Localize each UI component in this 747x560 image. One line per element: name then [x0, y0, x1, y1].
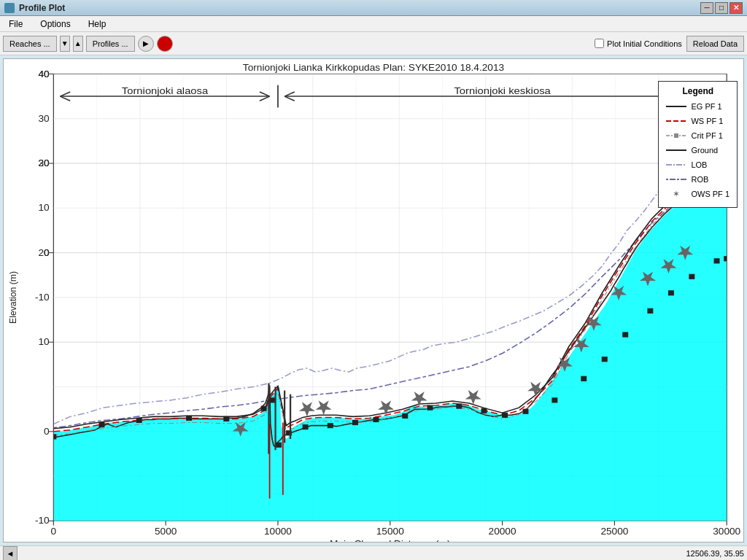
- svg-rect-103: [552, 398, 557, 402]
- toolbar: Reaches ... ▼ ▲ Profiles ... ▶ Plot Init…: [0, 32, 747, 55]
- down-arrow-button[interactable]: ▼: [60, 36, 70, 52]
- svg-rect-89: [261, 406, 266, 411]
- svg-text:25000: 25000: [600, 526, 628, 536]
- maximize-button[interactable]: □: [715, 2, 728, 14]
- reaches-button[interactable]: Reaches ...: [3, 36, 57, 52]
- svg-rect-96: [374, 417, 379, 421]
- window-controls[interactable]: ─ □ ✕: [700, 2, 743, 14]
- svg-rect-101: [503, 413, 508, 417]
- svg-text:15000: 15000: [376, 526, 404, 536]
- svg-text:-10: -10: [35, 516, 50, 526]
- svg-text:10: 10: [38, 203, 49, 213]
- svg-text:Tornionjoki Lianka Kirkkopudas: Tornionjoki Lianka Kirkkopudas Plan: SYK…: [243, 63, 504, 73]
- svg-text:30000: 30000: [713, 526, 740, 536]
- legend-row-ground: Ground: [666, 144, 729, 156]
- svg-text:30: 30: [38, 113, 49, 123]
- legend-line-crit: [666, 131, 686, 141]
- legend-row-ows: ✶ OWS PF 1: [666, 188, 729, 200]
- window-title: Profile Plot: [19, 3, 65, 13]
- svg-text:Main Channel Distance (m): Main Channel Distance (m): [330, 539, 450, 542]
- chart-area: 40 30 20 10 0 -10 40 30 20 10 0 -10: [3, 58, 744, 542]
- legend-row-crit: Crit PF 1: [666, 130, 729, 141]
- svg-text:5000: 5000: [155, 526, 177, 536]
- svg-rect-94: [328, 424, 333, 428]
- svg-rect-95: [353, 420, 358, 424]
- svg-rect-110: [714, 259, 719, 263]
- svg-rect-87: [187, 416, 192, 420]
- svg-rect-99: [457, 404, 462, 408]
- scroll-left-button[interactable]: ◄: [3, 546, 18, 561]
- svg-text:10000: 10000: [264, 526, 292, 536]
- svg-text:Tornionjoki alaosa: Tornionjoki alaosa: [122, 85, 209, 96]
- play-button[interactable]: ▶: [138, 36, 154, 52]
- legend-line-rob: [666, 176, 686, 183]
- svg-text:✶: ✶: [673, 189, 680, 199]
- coords-display: 12506.39, 35.95: [686, 549, 744, 558]
- svg-text:-10: -10: [35, 292, 50, 303]
- svg-rect-108: [668, 291, 673, 295]
- close-button[interactable]: ✕: [729, 2, 743, 14]
- chart-svg: 40 30 20 10 0 -10 40 30 20 10 0 -10: [4, 59, 743, 542]
- svg-rect-104: [581, 376, 587, 381]
- plot-initial-conditions-checkbox[interactable]: Plot Initial Conditions: [595, 39, 682, 48]
- svg-text:40: 40: [38, 69, 49, 79]
- legend-line-ows: ✶: [666, 189, 686, 199]
- svg-rect-85: [99, 423, 104, 427]
- menu-options[interactable]: Options: [34, 18, 76, 31]
- minimize-button[interactable]: ─: [700, 2, 713, 14]
- record-button[interactable]: [157, 36, 173, 52]
- svg-rect-109: [689, 274, 694, 279]
- legend-label-lob: LOB: [691, 160, 707, 169]
- svg-rect-98: [427, 405, 433, 410]
- svg-rect-88: [224, 416, 229, 421]
- svg-text:Elevation (m): Elevation (m): [7, 271, 18, 324]
- legend-label-crit: Crit PF 1: [691, 131, 722, 140]
- legend-box: Legend EG PF 1 WS PF 1 Crit PF 1 Ground …: [658, 81, 738, 208]
- svg-text:Tornionjoki keskiosa: Tornionjoki keskiosa: [454, 85, 551, 96]
- svg-rect-90: [270, 398, 275, 402]
- legend-label-ground: Ground: [691, 146, 718, 155]
- svg-rect-107: [648, 308, 653, 313]
- legend-title: Legend: [666, 86, 729, 96]
- menu-file[interactable]: File: [3, 18, 28, 31]
- profiles-button[interactable]: Profiles ...: [86, 36, 135, 52]
- legend-label-eg: EG PF 1: [691, 102, 721, 111]
- legend-line-ws: [666, 117, 686, 125]
- svg-text:20: 20: [38, 247, 49, 257]
- status-bar: ◄ 12506.39, 35.95: [0, 545, 747, 560]
- svg-rect-93: [303, 425, 308, 429]
- svg-rect-100: [481, 408, 487, 413]
- svg-text:0: 0: [51, 526, 57, 536]
- legend-label-rob: ROB: [691, 175, 708, 184]
- app-icon: [4, 3, 15, 13]
- legend-label-ws: WS PF 1: [691, 117, 723, 125]
- legend-label-ows: OWS PF 1: [691, 190, 729, 198]
- svg-text:10: 10: [38, 337, 49, 347]
- legend-row-rob: ROB: [666, 174, 729, 185]
- svg-rect-102: [523, 409, 528, 413]
- svg-rect-86: [136, 418, 142, 422]
- legend-row-lob: LOB: [666, 159, 729, 171]
- svg-rect-106: [623, 332, 628, 337]
- reload-data-button[interactable]: Reload Data: [686, 36, 744, 52]
- svg-rect-91: [276, 443, 282, 447]
- legend-row-eg: EG PF 1: [666, 101, 729, 112]
- svg-text:30: 30: [38, 158, 49, 168]
- legend-line-lob: [666, 161, 686, 168]
- title-bar: Profile Plot ─ □ ✕: [0, 0, 747, 16]
- svg-rect-105: [602, 357, 607, 362]
- up-arrow-button[interactable]: ▲: [73, 36, 83, 52]
- svg-rect-127: [674, 133, 678, 138]
- legend-line-ground: [666, 147, 686, 154]
- menu-bar: File Options Help: [0, 16, 747, 32]
- svg-rect-97: [403, 413, 408, 418]
- legend-row-ws: WS PF 1: [666, 115, 729, 127]
- svg-text:0: 0: [44, 427, 50, 437]
- menu-help[interactable]: Help: [82, 18, 112, 31]
- legend-line-eg: [666, 103, 686, 110]
- svg-text:20000: 20000: [489, 526, 516, 536]
